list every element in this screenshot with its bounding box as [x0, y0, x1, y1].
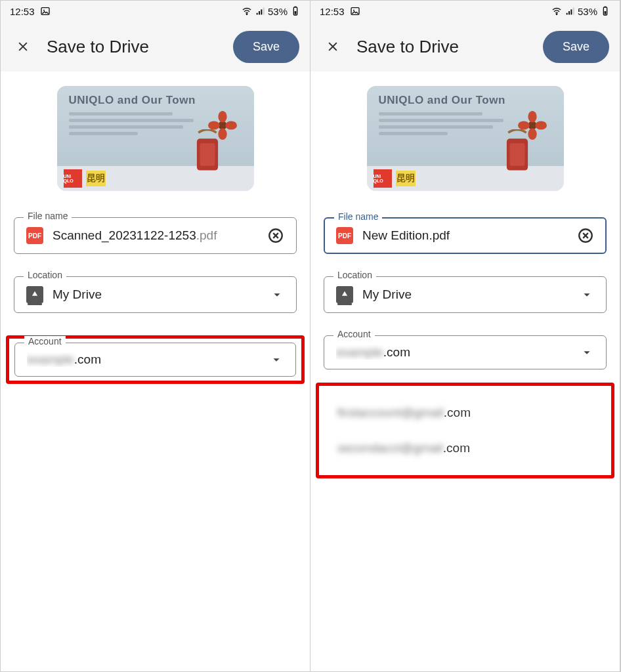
svg-point-20 [556, 14, 557, 14]
svg-rect-3 [257, 13, 258, 15]
close-button[interactable] [14, 37, 32, 56]
battery-icon [600, 6, 610, 16]
panel-left: 12:53 53% Save to Drive Save [1, 1, 310, 671]
header: Save to Drive Save [1, 22, 310, 72]
clear-icon[interactable] [267, 227, 284, 244]
signal-icon [255, 6, 265, 16]
account-label: Account [24, 336, 66, 346]
account-option[interactable]: firstaccount@gmail.com [337, 406, 593, 420]
location-label: Location [333, 270, 376, 280]
svg-rect-21 [567, 13, 568, 15]
account-value: example.com [27, 352, 260, 367]
svg-rect-24 [573, 8, 574, 15]
account-field[interactable]: Account example.com [324, 335, 607, 369]
wifi-icon [242, 6, 252, 16]
location-label: Location [24, 270, 66, 280]
svg-point-29 [528, 111, 536, 123]
svg-rect-4 [259, 11, 260, 14]
account-dropdown-highlight: firstaccount@gmail.com secondacct@gmail.… [316, 383, 614, 478]
status-time: 12:53 [320, 6, 345, 17]
chevron-down-icon [580, 287, 594, 302]
panel-right: 12:53 53% Save to Drive Save [310, 1, 620, 671]
file-name-value: Scanned_20231122-1253.pdf [53, 228, 258, 243]
uniqlo-logo: UNI QLO [374, 169, 392, 188]
svg-point-12 [225, 121, 237, 129]
account-highlight: Account example.com [6, 335, 305, 384]
save-button[interactable]: Save [233, 31, 299, 63]
svg-point-19 [353, 10, 354, 11]
svg-rect-23 [570, 9, 572, 14]
wifi-icon [551, 6, 562, 16]
save-button[interactable]: Save [543, 31, 609, 63]
svg-rect-27 [605, 7, 607, 7]
location-value: My Drive [53, 287, 261, 302]
svg-rect-16 [200, 143, 215, 166]
document-preview: UNIQLO and Our Town UNI QLO 昆明 [57, 86, 254, 191]
svg-rect-34 [509, 143, 525, 166]
chevron-down-icon [580, 345, 594, 360]
close-button[interactable] [324, 37, 342, 56]
location-field[interactable]: Location My Drive [324, 276, 607, 313]
kunming-label: 昆明 [86, 171, 106, 186]
svg-rect-26 [605, 11, 607, 14]
status-battery: 53% [578, 6, 597, 17]
bag-icon [192, 129, 223, 175]
status-bar: 12:53 53% [310, 1, 620, 22]
preview-title: UNIQLO and Our Town [69, 94, 242, 107]
document-preview: UNIQLO and Our Town UNI QLO 昆明 [367, 86, 564, 191]
signal-icon [565, 6, 575, 16]
preview-title: UNIQLO and Our Town [379, 94, 552, 107]
battery-icon [290, 6, 301, 16]
account-label: Account [333, 329, 375, 339]
svg-rect-22 [568, 11, 570, 14]
location-field[interactable]: Location My Drive [14, 276, 297, 313]
svg-point-14 [208, 121, 220, 129]
svg-rect-8 [295, 11, 297, 14]
file-name-label: File name [334, 211, 382, 222]
svg-point-2 [246, 14, 247, 14]
pdf-icon: PDF [26, 227, 43, 244]
header-title: Save to Drive [356, 37, 528, 57]
chevron-down-icon [270, 287, 284, 302]
image-icon [40, 6, 51, 16]
file-name-field[interactable]: File name PDF Scanned_20231122-1253.pdf [14, 217, 297, 254]
svg-rect-9 [295, 7, 297, 7]
svg-point-1 [43, 10, 45, 11]
header-title: Save to Drive [47, 37, 219, 57]
svg-rect-5 [261, 9, 262, 14]
pdf-icon: PDF [336, 227, 353, 244]
header: Save to Drive Save [310, 22, 620, 72]
svg-point-11 [218, 111, 226, 123]
clear-icon[interactable] [577, 227, 594, 244]
svg-point-32 [518, 121, 530, 129]
account-option[interactable]: secondacct@gmail.com [337, 441, 593, 455]
uniqlo-logo: UNI QLO [64, 169, 82, 188]
account-value: example.com [336, 345, 570, 360]
status-time: 12:53 [10, 6, 35, 17]
location-value: My Drive [362, 287, 570, 302]
svg-rect-6 [263, 8, 265, 15]
drive-icon [26, 286, 43, 303]
account-dropdown: firstaccount@gmail.com secondacct@gmail.… [324, 390, 606, 471]
file-name-field[interactable]: File name PDF New Edition.pdf [324, 217, 607, 254]
chevron-down-icon [269, 352, 284, 367]
bag-icon [502, 129, 532, 175]
file-name-value: New Edition.pdf [362, 228, 568, 243]
status-battery: 53% [268, 6, 288, 17]
account-field[interactable]: Account example.com [14, 343, 296, 377]
svg-point-30 [535, 121, 547, 129]
status-bar: 12:53 53% [1, 1, 310, 22]
image-icon [350, 6, 360, 16]
kunming-label: 昆明 [396, 171, 416, 186]
drive-icon [336, 286, 353, 303]
file-name-label: File name [24, 211, 72, 221]
